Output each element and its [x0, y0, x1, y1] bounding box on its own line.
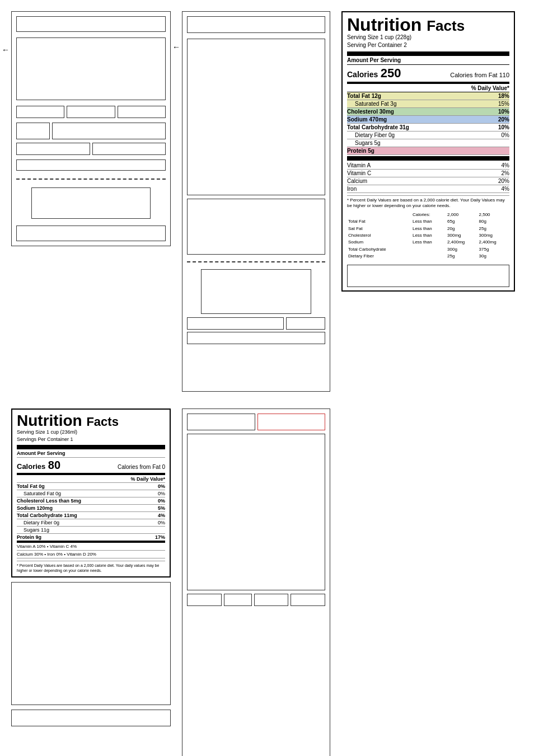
panel1-row-boxes	[16, 143, 166, 155]
panel2-dashed-sep	[187, 261, 325, 262]
panel1-wide-bar	[16, 159, 166, 171]
nf2-sodium-label: Sodium 120mg	[17, 505, 53, 511]
nf1-calcium-value: 20%	[498, 178, 509, 184]
nf1-ft-r5c2	[411, 246, 446, 253]
nf2-sat-fat-value: 0%	[158, 491, 165, 496]
nf1-vitamin-a-value: 4%	[502, 162, 509, 168]
page: ← ←	[11, 11, 523, 756]
nf1-vitamin-a-label: Vitamin A	[347, 162, 371, 168]
panel3-mid-box-3	[291, 594, 325, 606]
panel3-mid-box-2	[254, 594, 289, 606]
nf1-footer-note: * Percent Daily Values are based on a 2,…	[347, 195, 509, 260]
nf1-row-carb-label: Total Carbohydrate 31g	[347, 124, 409, 130]
panel1-row-box-2	[92, 143, 166, 155]
nf1-ft-r3c3: 300mg	[446, 232, 477, 239]
nf1-ft-r1c2: Less than	[411, 218, 446, 225]
nf1-iron-label: Iron	[347, 186, 357, 192]
nf2-calories-fat: Calories from Fat 0	[118, 464, 165, 470]
panel3-box-red	[257, 414, 326, 430]
nf1-row-total-fat-value: 18%	[498, 93, 509, 99]
nf2-row-carb: Total Carbohydrate 11mg 4%	[17, 512, 165, 519]
panel1-dashed-sep	[16, 179, 166, 180]
nf1-calories-value: 250	[381, 66, 401, 80]
panel2-inner-box	[201, 269, 312, 314]
nf2-row-sodium: Sodium 120mg 5%	[17, 505, 165, 512]
panel2-arrow: ←	[172, 43, 180, 51]
nf1-ft-h3: 2,000	[446, 212, 477, 218]
nf2-title: Nutrition Facts	[17, 413, 165, 429]
nf1-row-sodium-label: Sodium 470mg	[347, 116, 387, 123]
panel3-mid-box-1	[187, 594, 222, 606]
nf1-row-sat-fat-label: Saturated Fat 3g	[355, 101, 397, 107]
nf1-calories-row: Calories 250 Calories from Fat 110	[347, 66, 509, 84]
nf1-ft-row5: Total Carbohydrate 300g 375g	[347, 246, 509, 253]
nf1-iron-value: 4%	[502, 186, 509, 192]
nf1-ft-r6c3: 25g	[446, 253, 477, 260]
nf1-nutrition: Nutrition	[347, 15, 421, 35]
nf2-vitamins-row1: Vitamin A 10% • Vitamin C 4%	[17, 543, 165, 551]
nf2-total-fat-label: Total Fat 0g	[17, 483, 45, 489]
panel3-center-box	[224, 594, 252, 606]
panel1-arrow: ←	[2, 45, 10, 54]
nf1-ft-r2c4: 25g	[478, 226, 509, 232]
panel3-box-1	[187, 414, 255, 430]
nf1-ft-r6c1: Dietary Fiber	[347, 253, 411, 260]
nf2-calories-label: Calories	[17, 462, 45, 471]
nf1-ft-h2: Calories:	[411, 212, 446, 218]
nf1-row-total-fat: Total Fat 12g 18%	[347, 92, 509, 100]
nf1-thick-bar	[347, 156, 509, 161]
panel2-bottom-single	[187, 332, 325, 344]
nf2-row-sugars: Sugars 11g	[17, 527, 165, 534]
bottom-row: Nutrition Facts Serving Size 1 cup (236m…	[11, 408, 523, 756]
nf1-ft-r1c4: 80g	[478, 218, 509, 225]
panel3-mid-boxes	[187, 594, 325, 606]
nf1-footer-header: Calories: 2,000 2,500	[347, 212, 509, 218]
nf1-ft-row2: Sat Fat Less than 20g 25g	[347, 226, 509, 232]
nutrition-facts-panel-2: Nutrition Facts Serving Size 1 cup (236m…	[11, 408, 171, 577]
top-row: ← ←	[11, 11, 523, 392]
nf1-row-sugars: Sugars 5g	[347, 139, 509, 147]
nf1-ft-r3c2: Less than	[411, 232, 446, 239]
nf1-ft-r2c2: Less than	[411, 226, 446, 232]
nf1-ft-r1c1: Total Fat	[347, 218, 411, 225]
panel1-top-bar	[16, 16, 166, 32]
nf1-row-sugars-label: Sugars 5g	[355, 140, 381, 146]
panel1-small-boxes	[16, 106, 166, 118]
wireframe-panel-2: ←	[182, 11, 330, 392]
panel1-small-box-3	[118, 106, 166, 118]
nf2-cholesterol-label: Cholesterol Less than 5mg	[17, 498, 81, 504]
panel1-bottom-bar	[16, 226, 166, 241]
nf2-row-fiber: Dietary Fiber 0g 0%	[17, 519, 165, 527]
nf1-row-protein-label: Protein 5g	[347, 148, 374, 154]
nf1-ft-r5c1: Total Carbohydrate	[347, 246, 411, 253]
panel3-top-row	[187, 414, 325, 430]
nf1-ft-r6c2	[411, 253, 446, 260]
nf2-serving: Serving Size 1 cup (236ml) Servings Per …	[17, 429, 165, 449]
nf2-protein-value: 17%	[155, 534, 165, 540]
panel2-bottom-rows	[187, 317, 325, 344]
nf1-ft-row6: Dietary Fiber 25g 30g	[347, 253, 509, 260]
nf2-servings-per: Servings Per Container 1	[17, 436, 165, 443]
nf1-ft-r5c3: 300g	[446, 246, 477, 253]
nf1-iron: Iron 4%	[347, 185, 509, 193]
nf2-carb-value: 4%	[158, 513, 165, 518]
panel2-bottom-row-1	[187, 317, 325, 330]
nutrition-facts-panel-1: Nutrition Facts Serving Size 1 cup (228g…	[341, 11, 515, 292]
panel1-row-box-1	[16, 143, 90, 155]
nf1-dv-label: % Daily Value*	[347, 85, 509, 92]
nf1-footer-text: * Percent Daily Values are based on a 2,…	[347, 198, 505, 208]
nf1-serving: Serving Size 1 cup (228g) Serving Per Co…	[347, 34, 509, 56]
nf1-bottom-box	[347, 265, 509, 287]
nf2-bottom-bar	[11, 710, 171, 726]
nf1-ft-r3c1: Cholesterol	[347, 232, 411, 239]
nf1-calcium: Calcium 20%	[347, 177, 509, 185]
nf1-vitamin-c: Vitamin C 2%	[347, 170, 509, 177]
nf1-ft-row1: Total Fat Less than 65g 80g	[347, 218, 509, 225]
nf1-row-cholesterol-label: Cholesterol 30mg	[347, 109, 394, 115]
nutrition-panel-2-wrapper: Nutrition Facts Serving Size 1 cup (236m…	[11, 408, 171, 726]
nf2-calories-value: 80	[48, 459, 60, 471]
nf1-row-sodium-value: 20%	[498, 116, 509, 123]
nf2-total-fat-value: 0%	[158, 483, 165, 489]
nf1-ft-r1c3: 65g	[446, 218, 477, 225]
panel3-spacer	[187, 609, 325, 756]
